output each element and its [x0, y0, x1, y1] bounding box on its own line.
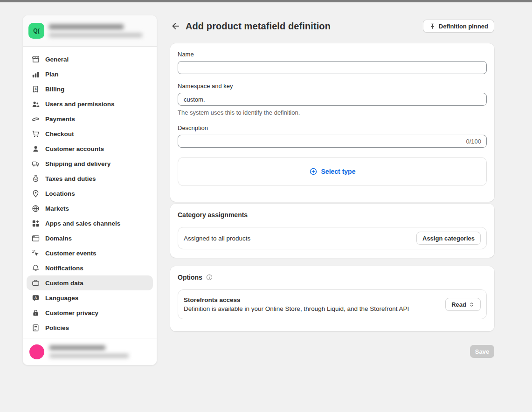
cursor-click-icon [31, 249, 40, 258]
document-icon [31, 323, 40, 332]
user-name-redacted [49, 345, 105, 350]
pin-icon [429, 23, 436, 30]
sidebar-item-customer-privacy[interactable]: Customer privacy [27, 305, 153, 320]
translate-icon: A [31, 294, 40, 302]
cart-icon [31, 130, 40, 138]
save-button[interactable]: Save [470, 345, 494, 358]
sidebar-item-markets[interactable]: Markets [27, 201, 153, 216]
custom-data-icon [31, 279, 40, 288]
category-card-title: Category assignments [178, 211, 487, 219]
store-icon [31, 55, 40, 64]
store-identity [49, 24, 142, 37]
options-card-title: Options [178, 274, 202, 281]
sidebar-item-label: Plan [45, 71, 59, 78]
sidebar-item-customer-accounts[interactable]: Customer accounts [27, 141, 153, 156]
sidebar-item-users-permissions[interactable]: Users and permissions [27, 96, 153, 111]
lock-icon [31, 309, 40, 317]
namespace-help-text: The system uses this to identify the def… [178, 109, 487, 116]
name-label: Name [178, 51, 487, 58]
top-window-strip [0, 0, 532, 2]
storefronts-access-select[interactable]: Read [445, 298, 481, 311]
sidebar-item-label: Custom data [45, 280, 83, 287]
definition-form-card: Name Namespace and key The system uses t… [170, 43, 494, 202]
user-email-redacted [49, 354, 129, 358]
sidebar-item-label: Taxes and duties [45, 175, 96, 182]
sidebar-item-label: Languages [45, 295, 78, 302]
category-assignment-text: Assigned to all products [184, 235, 250, 242]
globe-icon [31, 204, 40, 213]
category-assignments-card: Category assignments Assigned to all pro… [170, 204, 494, 258]
settings-sidebar: Q( General Plan $ Billing [22, 15, 157, 365]
sidebar-item-customer-events[interactable]: Customer events [27, 246, 153, 261]
storefronts-access-title: Storefronts access [184, 296, 409, 303]
apps-grid-icon [31, 219, 40, 228]
definition-pinned-button[interactable]: Definition pinned [423, 20, 494, 33]
truck-icon [31, 159, 40, 168]
pinned-button-label: Definition pinned [439, 23, 488, 30]
storefronts-access-value: Read [451, 301, 466, 308]
storefronts-access-description: Definition is available in your Online S… [184, 305, 409, 312]
sidebar-item-apps-sales-channels[interactable]: Apps and sales channels [27, 216, 153, 231]
sidebar-item-payments[interactable]: Payments [27, 111, 153, 126]
sidebar-item-label: Notifications [45, 265, 83, 272]
plus-circle-icon [309, 167, 318, 176]
description-input[interactable] [178, 135, 487, 148]
namespace-key-input[interactable] [178, 93, 487, 106]
sidebar-item-taxes-duties[interactable]: % Taxes and duties [27, 171, 153, 186]
info-icon[interactable] [206, 274, 213, 281]
sidebar-item-plan[interactable]: Plan [27, 67, 153, 82]
sidebar-item-label: Domains [45, 235, 72, 242]
description-label: Description [178, 124, 487, 131]
sidebar-item-general[interactable]: General [27, 52, 153, 67]
updown-chevrons-icon [469, 302, 475, 308]
sidebar-item-notifications[interactable]: Notifications [27, 261, 153, 275]
user-account-footer[interactable] [23, 338, 157, 365]
user-avatar [29, 344, 44, 359]
name-input[interactable] [178, 61, 487, 74]
sidebar-item-label: General [45, 56, 69, 63]
sidebar-item-checkout[interactable]: Checkout [27, 126, 153, 141]
page-title: Add product metafield definition [186, 21, 331, 32]
user-identity [49, 345, 129, 358]
sidebar-item-shipping-delivery[interactable]: Shipping and delivery [27, 156, 153, 171]
map-pin-icon [31, 189, 40, 198]
sidebar-item-label: Policies [45, 324, 69, 331]
svg-text:%: % [35, 177, 37, 180]
settings-menu: General Plan $ Billing Users and permiss… [23, 47, 157, 338]
sidebar-item-policies[interactable]: Policies [27, 320, 153, 335]
select-type-button[interactable]: Select type [178, 157, 487, 186]
sidebar-item-label: Apps and sales channels [45, 220, 120, 227]
users-icon [31, 100, 40, 109]
back-arrow-icon[interactable] [170, 21, 180, 31]
page-header: Add product metafield definition Definit… [170, 19, 494, 33]
sidebar-item-label: Checkout [45, 130, 74, 137]
sidebar-item-custom-data[interactable]: Custom data [27, 275, 153, 290]
svg-text:$: $ [35, 87, 37, 91]
sidebar-item-label: Locations [45, 190, 75, 197]
store-domain-redacted [49, 33, 142, 37]
plan-icon [31, 70, 40, 79]
money-bag-icon: % [31, 174, 40, 183]
category-assignment-row: Assigned to all products Assign categori… [178, 227, 487, 249]
sidebar-item-languages[interactable]: A Languages [27, 290, 153, 305]
sidebar-item-locations[interactable]: Locations [27, 186, 153, 201]
storefronts-access-row: Storefronts access Definition is availab… [178, 289, 487, 319]
billing-icon: $ [31, 85, 40, 94]
browser-icon [31, 234, 40, 243]
sidebar-item-label: Billing [45, 86, 64, 93]
sidebar-item-domains[interactable]: Domains [27, 231, 153, 246]
namespace-label: Namespace and key [178, 82, 487, 89]
bell-icon [31, 264, 40, 273]
svg-text:A: A [35, 296, 37, 300]
sidebar-item-label: Payments [45, 116, 75, 123]
assign-categories-button[interactable]: Assign categories [416, 232, 481, 245]
sidebar-item-label: Users and permissions [45, 101, 115, 108]
store-avatar: Q( [28, 23, 44, 39]
store-header[interactable]: Q( [23, 15, 157, 47]
store-name-redacted [49, 24, 124, 29]
sidebar-item-billing[interactable]: $ Billing [27, 82, 153, 96]
sidebar-item-label: Customer events [45, 250, 97, 257]
payments-icon [31, 115, 40, 124]
assign-categories-label: Assign categories [422, 235, 475, 242]
sidebar-item-label: Shipping and delivery [45, 160, 111, 167]
